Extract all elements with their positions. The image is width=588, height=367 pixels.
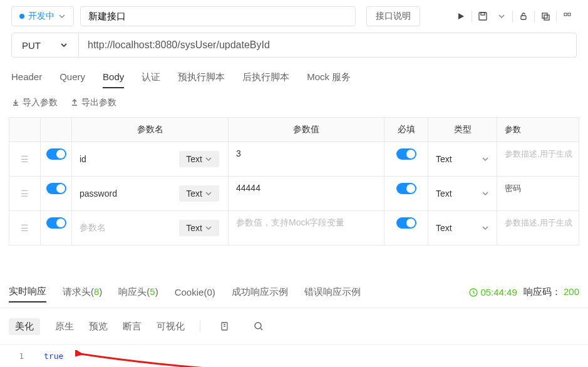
param-enabled-toggle[interactable] — [46, 148, 66, 160]
search-response-button[interactable] — [249, 317, 268, 336]
param-enabled-toggle[interactable] — [46, 183, 66, 194]
api-description-button[interactable]: 接口说明 — [366, 6, 420, 26]
save-icon — [478, 11, 488, 21]
param-desc-input[interactable]: 参数描述,用于生成 — [497, 211, 579, 245]
status-badge[interactable]: 开发中 — [11, 6, 74, 26]
copy-response-button[interactable] — [215, 317, 234, 336]
th-value: 参数值 — [229, 118, 384, 142]
svg-rect-3 — [542, 13, 547, 18]
resp-tab-realtime[interactable]: 实时响应 — [9, 282, 46, 302]
copy-icon — [541, 12, 550, 21]
param-type-select[interactable]: Text — [428, 142, 497, 176]
unlock-icon — [519, 12, 528, 21]
svg-rect-5 — [564, 13, 567, 16]
drag-handle-icon[interactable]: ☰ — [9, 142, 41, 176]
resp-subtab-visualize[interactable]: 可视化 — [157, 321, 185, 333]
resp-subtab-assert[interactable]: 断言 — [123, 321, 142, 333]
param-type-select[interactable]: Text — [428, 177, 497, 210]
chevron-down-icon — [205, 190, 212, 197]
table-row: ☰ id Text 3 Text 参数描述,用于生成 — [9, 142, 579, 177]
drag-handle-icon[interactable]: ☰ — [9, 211, 41, 245]
param-required-toggle[interactable] — [396, 183, 416, 194]
upload-icon — [70, 98, 79, 107]
response-body: 1 true — [0, 345, 588, 367]
svg-rect-1 — [481, 13, 485, 15]
param-name-input[interactable]: id — [77, 154, 179, 164]
save-button[interactable] — [473, 7, 492, 26]
clock-icon — [469, 288, 478, 297]
resp-tab-resp-headers[interactable]: 响应头(5) — [118, 282, 158, 302]
param-name-input[interactable]: 参数名 — [77, 222, 179, 234]
tab-body[interactable]: Body — [103, 66, 124, 88]
svg-point-9 — [255, 323, 261, 329]
chevron-down-icon — [59, 41, 68, 49]
param-subtype-select[interactable]: Text — [179, 185, 219, 202]
param-type-select[interactable]: Text — [428, 211, 497, 245]
chevron-down-icon — [498, 13, 505, 20]
param-name-input[interactable]: password — [77, 189, 179, 199]
params-table: 参数名 参数值 必填 类型 参数 ☰ id Text 3 Text 参数描述,用… — [9, 117, 579, 246]
th-required: 必填 — [384, 118, 428, 142]
param-required-toggle[interactable] — [396, 217, 416, 229]
tab-header[interactable]: Header — [11, 66, 42, 88]
param-value-input[interactable]: 3 — [229, 142, 384, 176]
param-desc-input[interactable]: 参数描述,用于生成 — [497, 142, 579, 176]
copy-icon — [220, 321, 230, 331]
tab-post-script[interactable]: 后执行脚本 — [242, 66, 289, 88]
resp-tab-error-example[interactable]: 错误响应示例 — [304, 282, 361, 302]
table-row: ☰ password Text 44444 Text 密码 — [9, 177, 579, 211]
method-select[interactable]: PUT — [12, 34, 79, 57]
chevron-down-icon — [482, 155, 489, 163]
chevron-down-icon — [205, 224, 212, 232]
response-time: 05:44:49 — [469, 287, 517, 297]
resp-tab-cookie[interactable]: Cookie(0) — [175, 283, 215, 301]
lock-button[interactable] — [514, 7, 533, 26]
status-dot-icon — [19, 14, 24, 19]
api-title-field[interactable] — [88, 11, 348, 22]
import-params-button[interactable]: 导入参数 — [11, 97, 58, 108]
chevron-down-icon — [482, 190, 489, 197]
chevron-down-icon — [482, 224, 489, 232]
param-value-input[interactable]: 44444 — [229, 177, 384, 210]
tab-query[interactable]: Query — [59, 66, 85, 88]
tab-auth[interactable]: 认证 — [142, 66, 160, 88]
chevron-down-icon — [205, 155, 212, 163]
resp-tab-success-example[interactable]: 成功响应示例 — [232, 282, 288, 302]
resp-subtab-beautify[interactable]: 美化 — [9, 318, 40, 335]
th-desc: 参数 — [497, 118, 579, 142]
api-title-input[interactable] — [80, 6, 356, 26]
param-required-toggle[interactable] — [396, 148, 416, 160]
more-button[interactable] — [558, 7, 577, 26]
table-row: ☰ 参数名 Text 参数值，支持Mock字段变量 Text 参数描述,用于生成 — [9, 211, 579, 245]
run-button[interactable] — [451, 7, 470, 26]
tab-pre-script[interactable]: 预执行脚本 — [178, 66, 225, 88]
copy-button[interactable] — [536, 7, 555, 26]
save-dropdown[interactable] — [492, 7, 511, 26]
resp-subtab-raw[interactable]: 原生 — [55, 321, 74, 333]
export-params-button[interactable]: 导出参数 — [70, 97, 116, 108]
method-label: PUT — [22, 40, 41, 51]
resp-tab-req-headers[interactable]: 请求头(8) — [63, 282, 102, 302]
download-icon — [11, 98, 20, 107]
url-input[interactable]: http://localhost:8080/sysUser/updateById — [79, 33, 576, 57]
svg-rect-4 — [544, 15, 549, 20]
response-status: 响应码： 200 — [524, 286, 579, 298]
param-desc-input[interactable]: 密码 — [497, 177, 579, 210]
param-value-input[interactable]: 参数值，支持Mock字段变量 — [229, 211, 384, 245]
status-label: 开发中 — [28, 11, 54, 22]
svg-rect-2 — [521, 16, 526, 19]
response-content[interactable]: true — [31, 351, 63, 367]
param-subtype-select[interactable]: Text — [179, 151, 219, 167]
search-icon — [254, 321, 264, 331]
line-number: 1 — [0, 351, 31, 367]
param-subtype-select[interactable]: Text — [179, 220, 219, 236]
resp-subtab-preview[interactable]: 预览 — [89, 321, 108, 333]
svg-rect-0 — [479, 13, 487, 20]
annotation-arrow-icon — [75, 350, 351, 367]
drag-handle-icon[interactable]: ☰ — [9, 177, 41, 210]
tab-mock[interactable]: Mock 服务 — [307, 66, 351, 88]
th-type: 类型 — [428, 118, 497, 142]
play-icon — [456, 12, 465, 21]
svg-rect-6 — [568, 13, 570, 16]
param-enabled-toggle[interactable] — [46, 217, 66, 229]
